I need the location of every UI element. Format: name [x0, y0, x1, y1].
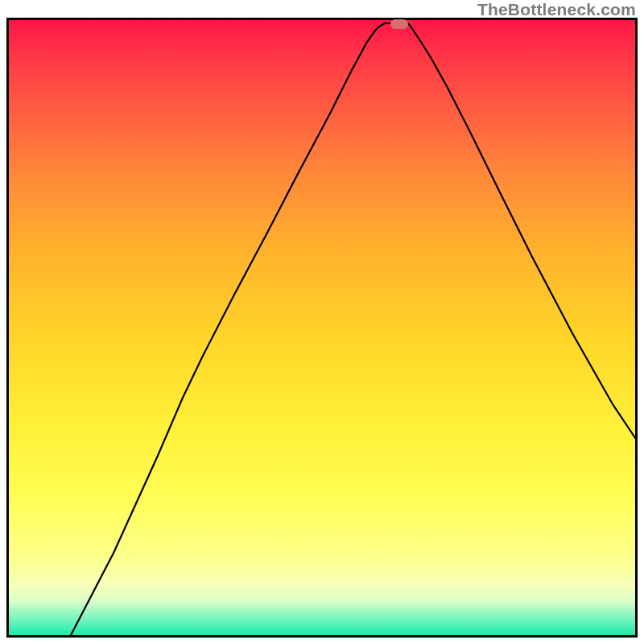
- watermark-text: TheBottleneck.com: [477, 0, 636, 19]
- curve-path: [71, 23, 635, 635]
- chart-frame: [6, 18, 638, 638]
- optimal-point-marker: [390, 19, 408, 29]
- bottleneck-curve: [9, 20, 635, 635]
